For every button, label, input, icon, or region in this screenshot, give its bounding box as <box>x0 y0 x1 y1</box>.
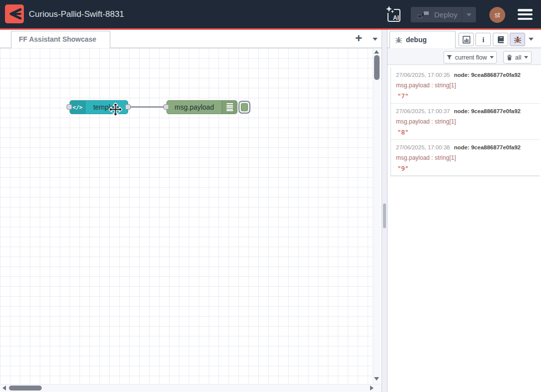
help-docs-button[interactable] <box>493 33 508 46</box>
page-title: Curious-Pallid-Swift-8831 <box>29 0 124 28</box>
node-red-editor: Curious-Pallid-Swift-8831 AI Deploy st <box>0 0 541 392</box>
debug-message[interactable]: 27/06/2025, 17:00:38node: 9cea886877e0fa… <box>391 140 540 176</box>
ai-assistant-button[interactable]: AI <box>385 5 401 24</box>
message-node-id: node: 9cea886877e0fa92 <box>454 144 521 150</box>
info-button[interactable]: i <box>475 33 491 46</box>
dashboard-charts-button[interactable] <box>459 33 474 46</box>
template-output-port[interactable] <box>125 104 131 110</box>
flowfuse-logo-icon[interactable] <box>5 4 24 23</box>
message-value[interactable]: "7" <box>396 93 535 100</box>
message-property-path: msg.payload : string[1] <box>396 154 535 161</box>
scroll-down-arrow-icon[interactable] <box>374 377 379 381</box>
bug-icon <box>395 36 402 44</box>
move-cursor-icon <box>109 103 122 118</box>
debug-input-port[interactable] <box>163 104 169 110</box>
canvas-horizontal-scrollbar[interactable] <box>0 384 382 392</box>
message-property-path: msg.payload : string[1] <box>396 82 535 89</box>
debug-message[interactable]: 27/06/2025, 17:00:35node: 9cea886877e0fa… <box>391 67 540 104</box>
chevron-down-icon <box>490 56 494 59</box>
sidebar-tab-label: debug <box>406 36 427 44</box>
debug-filter-button[interactable]: current flow <box>444 51 497 64</box>
debug-messages-icon <box>222 101 237 114</box>
bar-chart-icon <box>463 36 470 44</box>
bug-icon <box>514 36 522 44</box>
canvas-vertical-scrollbar[interactable] <box>373 48 381 384</box>
logo-glyph <box>5 4 24 23</box>
sidebar-tabs-chevron-icon[interactable] <box>529 38 534 41</box>
message-property-path: msg.payload : string[1] <box>396 118 535 125</box>
message-node-id: node: 9cea886877e0fa92 <box>454 72 521 78</box>
info-icon: i <box>479 36 487 44</box>
deploy-main[interactable]: Deploy <box>411 7 462 22</box>
menu-bar-icon <box>518 13 533 16</box>
menu-bar-icon <box>518 9 533 11</box>
debug-clear-button[interactable]: all <box>503 51 532 64</box>
message-timestamp: 27/06/2025, 17:00:38 <box>396 144 450 150</box>
deploy-nodes-icon <box>417 10 429 19</box>
vertical-scroll-thumb[interactable] <box>374 55 380 80</box>
tab-ff-assistant-showcase[interactable]: FF Assistant Showcase <box>11 31 110 48</box>
scroll-right-arrow-icon[interactable] <box>370 386 374 391</box>
wire-template-to-debug[interactable] <box>130 106 167 108</box>
trash-icon <box>507 55 512 61</box>
book-icon <box>497 36 505 44</box>
tab-debug[interactable]: debug <box>389 31 456 48</box>
chevron-down-icon <box>524 56 528 59</box>
chevron-down-icon <box>466 13 471 16</box>
debug-message[interactable]: 27/06/2025, 17:00:37node: 9cea886877e0fa… <box>391 104 540 140</box>
code-icon: </> <box>70 101 85 114</box>
debug-tab-button[interactable] <box>510 33 525 46</box>
debug-toggle-state <box>241 103 248 111</box>
svg-text:AI: AI <box>393 14 399 21</box>
flow-list-chevron-icon[interactable] <box>373 38 378 41</box>
message-value[interactable]: "8" <box>396 129 535 136</box>
deploy-label: Deploy <box>434 10 458 19</box>
debug-filter-label: current flow <box>455 54 487 61</box>
deploy-button[interactable]: Deploy <box>411 7 476 22</box>
scroll-left-arrow-icon[interactable] <box>2 386 6 391</box>
node-label: msg.payload <box>167 101 222 114</box>
message-timestamp: 27/06/2025, 17:00:35 <box>396 72 450 78</box>
main-menu-button[interactable] <box>518 9 533 20</box>
template-input-port[interactable] <box>67 104 72 110</box>
workspace-canvas[interactable] <box>0 48 382 384</box>
horizontal-scroll-thumb[interactable] <box>9 386 42 391</box>
svg-text:i: i <box>482 36 484 44</box>
debug-enable-toggle[interactable] <box>238 101 250 114</box>
debug-message-list: 27/06/2025, 17:00:35node: 9cea886877e0fa… <box>390 67 540 176</box>
menu-bar-icon <box>518 18 533 20</box>
scroll-up-arrow-icon[interactable] <box>374 50 379 54</box>
filter-funnel-icon <box>447 55 452 60</box>
add-flow-button[interactable]: + <box>352 32 366 46</box>
message-timestamp: 27/06/2025, 17:00:37 <box>396 108 450 114</box>
message-value[interactable]: "9" <box>396 165 535 172</box>
message-node-id: node: 9cea886877e0fa92 <box>454 108 521 114</box>
deploy-options-button[interactable] <box>462 7 476 22</box>
node-debug[interactable]: msg.payload <box>166 100 237 114</box>
avatar[interactable]: st <box>489 7 505 23</box>
splitter-handle[interactable] <box>383 203 386 228</box>
debug-clear-label: all <box>515 54 522 61</box>
